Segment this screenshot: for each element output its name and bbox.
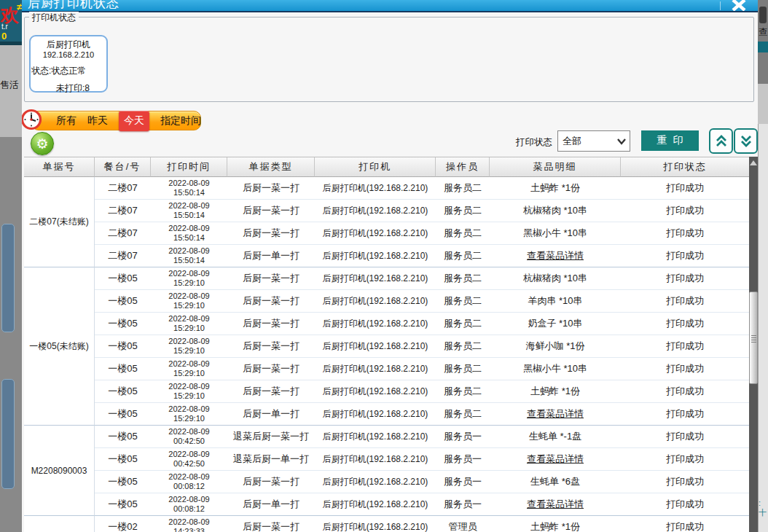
table-no-cell: 一楼05: [95, 290, 151, 313]
printer-cell: 后厨打印机(192.168.2.210): [315, 313, 436, 335]
time-filter-2[interactable]: 今天: [119, 111, 149, 131]
background-right-tealbar: [758, 42, 768, 52]
table-row: 一楼052022-08-0915:29:10后厨一菜一打后厨打印机(192.16…: [24, 290, 749, 313]
printer-cell: 后厨打印机(192.168.2.210): [315, 222, 436, 245]
printer-unprinted-line: 未打印:8: [31, 82, 106, 95]
background-sidebar: [0, 137, 22, 532]
doc-type-cell: 后厨一菜一打: [227, 358, 315, 380]
print-time-cell: 2022-08-0914:23:33: [151, 516, 227, 532]
operator-cell: 服务员二: [436, 177, 490, 200]
table-row: 一楼052022-08-0915:29:10后厨一菜一打后厨打印机(192.16…: [24, 313, 749, 335]
table-row: 二楼072022-08-0915:50:14后厨一菜一打后厨打印机(192.16…: [24, 200, 749, 222]
column-header: 餐台/号: [95, 157, 151, 177]
column-header: 打印状态: [621, 157, 749, 177]
column-header: 操作员: [436, 157, 490, 177]
printer-cell: 后厨打印机(192.168.2.210): [315, 471, 436, 493]
scroll-to-bottom-button[interactable]: [734, 128, 758, 154]
printer-name: 后厨打印机: [31, 39, 106, 51]
logo-mark: ≠: [17, 1, 22, 12]
table-no-cell: 一楼05: [95, 313, 151, 335]
print-time-cell: 2022-08-0915:50:14: [151, 177, 227, 200]
operator-cell: 服务员一: [436, 426, 490, 448]
doc-type-cell: 退菜后厨一菜一打: [227, 426, 315, 448]
doc-type-cell: 后厨一菜一打: [227, 267, 315, 290]
background-right-mid: [758, 84, 768, 124]
background-tab-fragment: 售活: [0, 79, 19, 92]
dish-detail-cell: 黑椒小牛 *10串: [490, 222, 621, 245]
doc-type-cell: 后厨一单一打: [227, 493, 315, 516]
print-status-dropdown[interactable]: 全部: [557, 130, 630, 152]
table-row: M2208090006一楼022022-08-0914:23:33后厨一菜一打后…: [24, 516, 749, 532]
background-right-bottom-text: :十: [759, 498, 768, 518]
table-row: 一楼052022-08-0915:29:10后厨一菜一打后厨打印机(192.16…: [24, 358, 749, 380]
scroll-to-top-button[interactable]: [709, 128, 733, 154]
column-header: 单据类型: [227, 157, 315, 177]
print-status-cell: 打印成功: [621, 290, 749, 313]
print-time-cell: 2022-08-0915:50:14: [151, 200, 227, 222]
printer-cell: 后厨打印机(192.168.2.210): [315, 426, 436, 448]
dish-detail-cell: 查看菜品详情: [490, 403, 621, 426]
printer-ip: 192.168.2.210: [31, 50, 106, 59]
print-status-cell: 打印成功: [621, 245, 749, 267]
view-dish-detail-link[interactable]: 查看菜品详情: [527, 250, 584, 261]
printer-cell: 后厨打印机(192.168.2.210): [315, 177, 436, 200]
operator-cell: 服务员二: [436, 403, 490, 426]
view-dish-detail-link[interactable]: 查看菜品详情: [527, 453, 584, 464]
background-app-logo: 欢 ≠ t.r 0: [0, 0, 22, 42]
operator-cell: 服务员二: [436, 290, 490, 313]
doc-type-cell: 后厨一菜一打: [227, 290, 315, 313]
time-filter-1[interactable]: 昨天: [87, 114, 108, 128]
printer-cell: 后厨打印机(192.168.2.210): [315, 267, 436, 290]
order-group-cell: 二楼07(未结账): [24, 177, 95, 267]
logo-domain-fragment: t.r: [1, 23, 8, 31]
scrollbar-thumb[interactable]: [749, 292, 758, 384]
kitchen-printer-status-dialog: 后厨打印机状态 打印机状态 后厨打印机 192.168.2.210 状态:状态正…: [22, 0, 758, 532]
print-time-cell: 2022-08-0900:42:50: [151, 448, 227, 471]
table-no-cell: 一楼05: [95, 335, 151, 358]
operator-cell: 服务员二: [436, 358, 490, 380]
print-time-cell: 2022-08-0915:29:10: [151, 267, 227, 290]
print-time-cell: 2022-08-0915:29:10: [151, 335, 227, 358]
settings-gear-icon[interactable]: ⚙: [31, 132, 54, 155]
print-status-cell: 打印成功: [621, 426, 749, 448]
printer-cell: 后厨打印机(192.168.2.210): [315, 403, 436, 426]
operator-cell: 服务员二: [436, 245, 490, 267]
view-dish-detail-link[interactable]: 查看菜品详情: [527, 498, 584, 509]
time-filter-0[interactable]: 所有: [56, 114, 77, 128]
close-icon[interactable]: [724, 0, 753, 11]
print-status-cell: 打印成功: [621, 471, 749, 493]
vertical-scrollbar[interactable]: [749, 157, 758, 532]
table-header-row: 单据号餐台/号打印时间单据类型打印机操作员菜品明细打印状态: [24, 157, 749, 177]
time-filter-bar: 所有昨天今天指定时间: [31, 111, 201, 130]
order-group-cell: M2208090006: [24, 516, 95, 532]
print-time-cell: 2022-08-0915:29:10: [151, 290, 227, 313]
print-status-cell: 打印成功: [621, 177, 749, 200]
doc-type-cell: 后厨一菜一打: [227, 200, 315, 222]
printer-status-line: 状态:状态正常: [31, 65, 106, 77]
print-time-cell: 2022-08-0915:29:10: [151, 313, 227, 335]
view-dish-detail-link[interactable]: 查看菜品详情: [527, 408, 584, 419]
doc-type-cell: 退菜后厨一单一打: [227, 448, 315, 471]
column-header: 打印时间: [151, 157, 227, 177]
printer-cell: 后厨打印机(192.168.2.210): [315, 493, 436, 516]
operator-cell: 服务员二: [436, 200, 490, 222]
order-group-cell: 一楼05(未结账): [24, 267, 95, 426]
fieldset-legend: 打印机状态: [29, 12, 79, 24]
table-row: 一楼052022-08-0900:42:50退菜后厨一单一打后厨打印机(192.…: [24, 448, 749, 471]
column-header: 菜品明细: [490, 157, 621, 177]
print-time-cell: 2022-08-0900:42:50: [151, 426, 227, 448]
background-right-char: 查: [759, 26, 767, 39]
dish-detail-cell: 查看菜品详情: [490, 448, 621, 471]
dish-detail-cell: 土蚂蚱 *1份: [490, 380, 621, 403]
background-right-icon: [759, 7, 767, 23]
table-row: 一楼052022-08-0900:08:12后厨一菜一打后厨打印机(192.16…: [24, 471, 749, 493]
doc-type-cell: 后厨一菜一打: [227, 335, 315, 358]
time-filter-3[interactable]: 指定时间: [160, 114, 201, 128]
dish-detail-cell: 杭椒猪肉 *10串: [490, 200, 621, 222]
table-row: M2208090003一楼052022-08-0900:42:50退菜后厨一菜一…: [24, 426, 749, 448]
operator-cell: 服务员二: [436, 222, 490, 245]
scrollbar-up-arrow-icon[interactable]: [750, 160, 757, 165]
print-time-cell: 2022-08-0915:50:14: [151, 245, 227, 267]
reprint-button[interactable]: 重印: [641, 130, 699, 151]
printer-card[interactable]: 后厨打印机 192.168.2.210 状态:状态正常 未打印:8: [29, 35, 108, 93]
